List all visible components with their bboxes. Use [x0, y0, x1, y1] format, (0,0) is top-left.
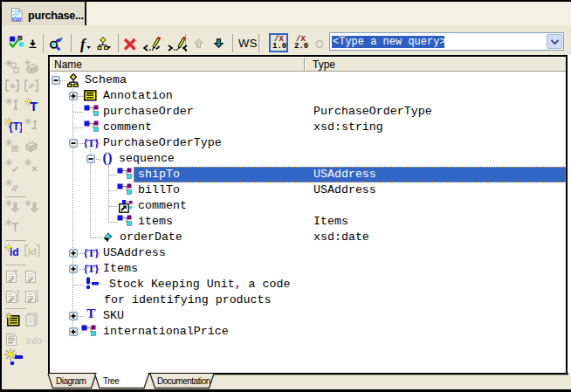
svg-text:XSD: XSD [12, 17, 22, 22]
svg-text:id: id [28, 246, 37, 257]
svg-text:T: T [30, 99, 38, 113]
svg-text:id: id [10, 246, 19, 258]
svg-text:{T}: {T} [9, 120, 22, 133]
